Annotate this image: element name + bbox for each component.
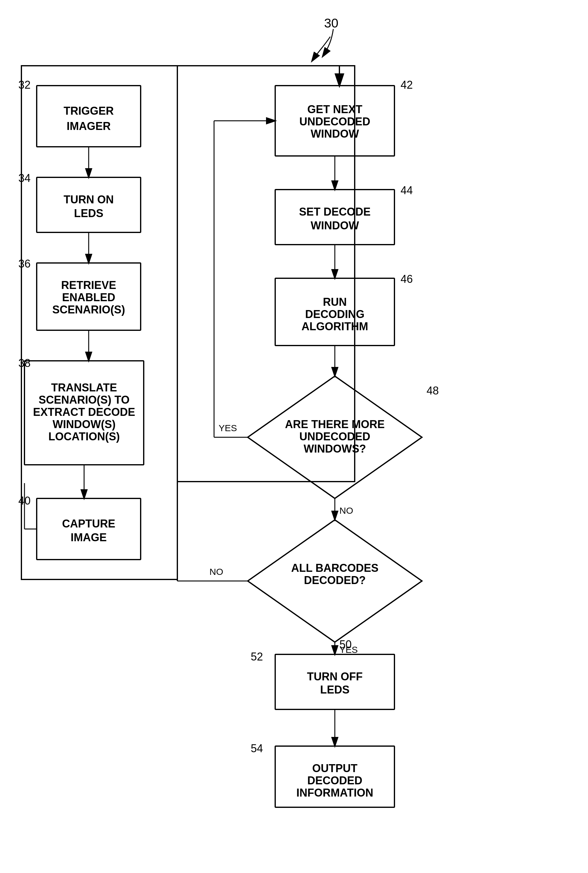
- text-capture1: CAPTURE: [62, 518, 115, 530]
- text-retrieve1: RETRIEVE: [61, 279, 116, 291]
- no-label-50: NO: [210, 567, 223, 577]
- text-turnoff1: TURN OFF: [307, 670, 363, 683]
- text-retrieve3: SCENARIO(S): [52, 303, 125, 316]
- label-34: 34: [18, 172, 31, 184]
- text-rundecode2: DECODING: [305, 308, 364, 321]
- text-getnext2: UNDECODED: [299, 115, 370, 128]
- label-32: 32: [18, 79, 31, 91]
- text-morewindows2: UNDECODED: [299, 430, 370, 443]
- text-capture2: IMAGE: [70, 531, 107, 544]
- no-label-48: NO: [339, 506, 353, 516]
- text-trigger-imager2: IMAGER: [67, 120, 111, 132]
- text-translate1: TRANSLATE: [51, 381, 117, 394]
- label-44: 44: [400, 184, 413, 196]
- label-42: 42: [400, 79, 413, 91]
- text-turn-on-leds2: LEDS: [74, 207, 104, 219]
- text-turnoff2: LEDS: [320, 683, 350, 696]
- text-getnext1: GET NEXT: [307, 103, 362, 116]
- text-translate2: SCENARIO(S) TO: [39, 393, 129, 406]
- text-getnext3: WINDOW: [310, 128, 359, 140]
- text-setdecode1: SET DECODE: [299, 206, 370, 218]
- label-48: 48: [426, 384, 439, 397]
- flowchart-diagram: 30 TRIGGER IMAGER 32 TURN ON LEDS 34 RET…: [0, 0, 588, 873]
- text-rundecode1: RUN: [323, 296, 347, 308]
- label-54: 54: [251, 742, 263, 754]
- ref-30: 30: [324, 16, 339, 30]
- text-turn-on-leds: TURN ON: [64, 193, 114, 206]
- text-output2: DECODED: [307, 774, 362, 787]
- label-52: 52: [251, 650, 263, 663]
- text-output1: OUTPUT: [312, 762, 357, 774]
- text-translate3: EXTRACT DECODE: [33, 406, 135, 418]
- text-output3: INFORMATION: [296, 786, 373, 799]
- text-allbarcodes1: ALL BARCODES: [291, 562, 378, 574]
- label-36: 36: [18, 258, 31, 270]
- yes-label-50: YES: [339, 645, 358, 655]
- outer-left-box: [21, 66, 177, 579]
- text-morewindows1: ARE THERE MORE: [285, 418, 385, 430]
- yes-label-48: YES: [219, 423, 237, 433]
- text-trigger-imager: TRIGGER: [64, 105, 114, 117]
- text-translate5: LOCATION(S): [48, 430, 120, 443]
- label-46: 46: [400, 273, 413, 285]
- ref30-arrow: [322, 29, 333, 57]
- text-morewindows3: WINDOWS?: [304, 442, 366, 455]
- text-allbarcodes2: DECODED?: [304, 574, 366, 586]
- label-38: 38: [18, 357, 31, 369]
- text-retrieve2: ENABLED: [62, 291, 115, 304]
- text-rundecode3: ALGORITHM: [302, 320, 368, 333]
- text-setdecode2: WINDOW: [310, 219, 359, 232]
- text-translate4: WINDOW(S): [52, 418, 116, 430]
